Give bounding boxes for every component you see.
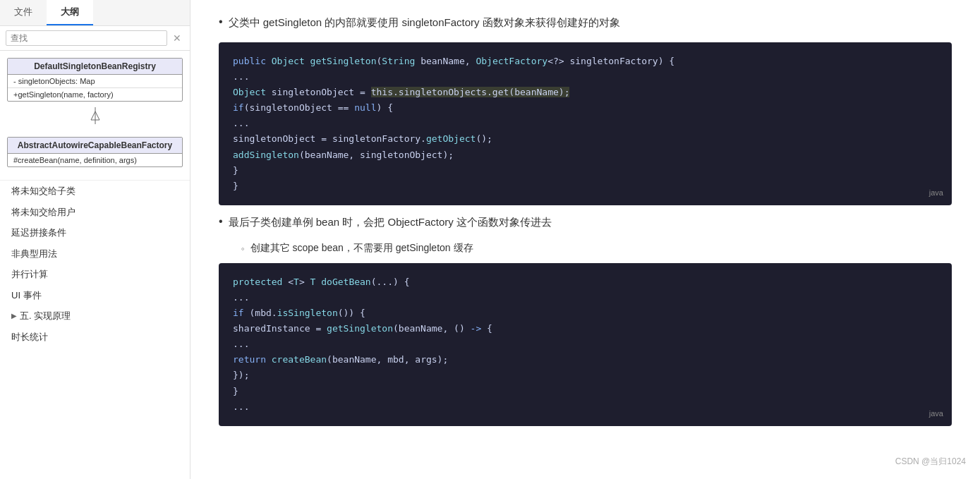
- code-block-2: protected <T> T doGetBean(...) { ... if …: [219, 263, 952, 426]
- bullet-2: • 最后子类创建单例 bean 时，会把 ObjectFactory 这个函数对…: [219, 214, 952, 231]
- sidebar-search-bar: ✕: [0, 26, 190, 51]
- code-line-9: }: [233, 178, 938, 194]
- sidebar-nav: 将未知交给子类 将未知交给用户 延迟拼接条件 非典型用法 并行计算 UI 事件 …: [0, 181, 190, 479]
- nav-item-1[interactable]: 将未知交给用户: [0, 202, 190, 223]
- bullet-dot-2: •: [219, 215, 223, 228]
- nav-item-3[interactable]: 非典型用法: [0, 243, 190, 265]
- code2-line-1: protected <T> T doGetBean(...) {: [233, 274, 938, 290]
- uml-class-field: - singletonObjects: Map: [8, 75, 182, 88]
- uml-class-default-singleton: DefaultSingletonBeanRegistry - singleton…: [7, 58, 183, 102]
- code2-line-2: ...: [233, 290, 938, 305]
- main-content: • 父类中 getSingleton 的内部就要使用 singletonFact…: [190, 0, 980, 479]
- code2-line-9: ...: [233, 399, 938, 415]
- watermark: CSDN @当归1024: [895, 456, 966, 468]
- uml-diagram: DefaultSingletonBeanRegistry - singleton…: [0, 51, 190, 181]
- lang-label-1: java: [929, 186, 943, 200]
- sub-text-1: 创建其它 scope bean，不需要用 getSingleton 缓存: [250, 242, 473, 255]
- sub-bullet-1: ◦ 创建其它 scope bean，不需要用 getSingleton 缓存: [241, 242, 952, 255]
- code-line-4: if(singletonObject == null) {: [233, 100, 938, 116]
- code-line-2: ...: [233, 69, 938, 85]
- code2-line-8: }: [233, 384, 938, 399]
- code2-line-6: return createBean(beanName, mbd, args);: [233, 352, 938, 368]
- sidebar-tabs: 文件 大纲: [0, 0, 190, 26]
- tab-outline[interactable]: 大纲: [47, 0, 93, 25]
- uml-class-method-2: #createBean(name, definition, args): [8, 154, 182, 166]
- code-line-8: }: [233, 163, 938, 178]
- nav-item-5[interactable]: UI 事件: [0, 285, 190, 306]
- code-line-3: Object singletonObject = this.singletonO…: [233, 85, 938, 100]
- sidebar: 文件 大纲 ✕ DefaultSingletonBeanRegistry - s…: [0, 0, 190, 479]
- nav-item-6[interactable]: ▶ 五. 实现原理: [0, 305, 190, 327]
- code-line-7: addSingleton(beanName, singletonObject);: [233, 147, 938, 163]
- code-line-5: ...: [233, 116, 938, 131]
- uml-class-name-abstract: AbstractAutowireCapableBeanFactory: [8, 138, 182, 154]
- bullet-text-2: 最后子类创建单例 bean 时，会把 ObjectFactory 这个函数对象传…: [229, 214, 552, 231]
- expand-arrow-icon: ▶: [11, 310, 17, 321]
- lang-label-2: java: [929, 407, 943, 420]
- bullet-text-1: 父类中 getSingleton 的内部就要使用 singletonFactor…: [229, 14, 620, 31]
- close-icon[interactable]: ✕: [170, 31, 184, 45]
- bullet-dot-1: •: [219, 16, 223, 28]
- code2-line-7: });: [233, 368, 938, 383]
- uml-class-name-default: DefaultSingletonBeanRegistry: [8, 59, 182, 75]
- nav-item-0[interactable]: 将未知交给子类: [0, 181, 190, 202]
- uml-class-method: +getSingleton(name, factory): [8, 88, 182, 101]
- tab-file[interactable]: 文件: [0, 0, 47, 25]
- code-block-1: public Object getSingleton(String beanNa…: [219, 42, 952, 205]
- code-line-6: singletonObject = singletonFactory.getOb…: [233, 131, 938, 147]
- search-input[interactable]: [6, 30, 167, 46]
- nav-item-7[interactable]: 时长统计: [0, 327, 190, 348]
- bullet-1: • 父类中 getSingleton 的内部就要使用 singletonFact…: [219, 14, 952, 31]
- nav-item-4[interactable]: 并行计算: [0, 264, 190, 285]
- code2-line-4: sharedInstance = getSingleton(beanName, …: [233, 321, 938, 336]
- uml-arrow-icon: [88, 107, 102, 133]
- uml-class-abstract-factory: AbstractAutowireCapableBeanFactory #crea…: [7, 137, 183, 167]
- code2-line-5: ...: [233, 336, 938, 352]
- nav-item-2[interactable]: 延迟拼接条件: [0, 222, 190, 243]
- code-line-1: public Object getSingleton(String beanNa…: [233, 54, 938, 69]
- code2-line-3: if (mbd.isSingleton()) {: [233, 305, 938, 321]
- sub-dot-1: ◦: [241, 243, 245, 254]
